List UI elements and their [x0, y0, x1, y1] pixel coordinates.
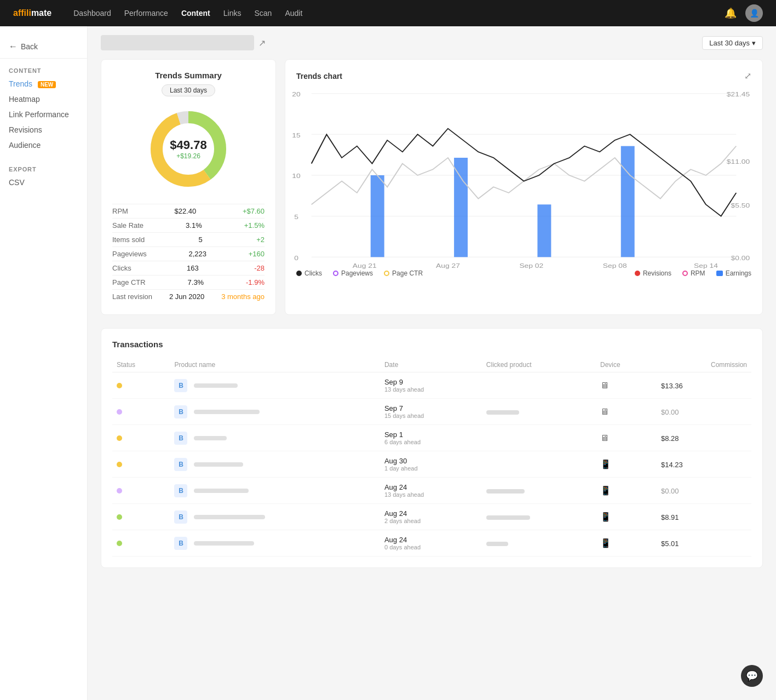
product-cell: B	[170, 399, 380, 425]
chat-bubble[interactable]: 💬	[741, 665, 763, 687]
svg-text:$5.50: $5.50	[731, 202, 750, 209]
commission-value: $8.28	[661, 434, 679, 443]
col-status: Status	[112, 358, 170, 372]
back-label: Back	[21, 42, 38, 51]
commission-cell: $13.36	[657, 372, 751, 399]
date-main: Sep 1	[384, 431, 478, 439]
bell-icon[interactable]: 🔔	[725, 7, 737, 19]
table-header-row: Status Product name Date Clicked product…	[112, 358, 751, 372]
logo[interactable]: affilimate	[13, 8, 51, 18]
stat-rpm: RPM $22.40 +$7.60	[112, 204, 265, 218]
stat-last-revision: Last revision 2 Jun 2020 3 months ago	[112, 289, 265, 303]
date-range-button[interactable]: Last 30 days ▾	[702, 36, 763, 50]
product-cell: B	[170, 425, 380, 451]
device-icon: 📱	[600, 512, 611, 521]
commission-value: $8.91	[661, 513, 679, 521]
svg-text:10: 10	[292, 173, 301, 180]
nav-dashboard[interactable]: Dashboard	[73, 9, 111, 18]
table-row: B Aug 24 13 days ahead 📱 $0.00	[112, 478, 751, 504]
date-sub: 0 days ahead	[384, 544, 478, 550]
nav-audit[interactable]: Audit	[285, 9, 302, 18]
transactions-title: Transactions	[112, 340, 751, 349]
cards-row: Trends Summary Last 30 days	[101, 59, 763, 315]
device-cell: 🖥	[596, 372, 657, 399]
svg-text:Sep 08: Sep 08	[603, 262, 627, 269]
clicked-bar	[486, 410, 519, 415]
legend-clicks-label: Clicks	[304, 269, 322, 277]
device-icon: 📱	[600, 460, 611, 469]
clicks-dot	[296, 271, 302, 276]
date-cell: Sep 9 13 days ahead	[380, 372, 482, 399]
commission-cell: $0.00	[657, 399, 751, 425]
product-bar	[194, 489, 249, 493]
trends-card-title: Trends Summary	[112, 71, 265, 80]
new-badge: NEW	[38, 81, 56, 88]
sidebar-item-link-performance[interactable]: Link Performance	[0, 107, 87, 122]
col-device: Device	[596, 358, 657, 372]
commission-cell: $14.23	[657, 451, 751, 478]
product-bar	[194, 383, 238, 388]
sidebar-item-audience[interactable]: Audience	[0, 137, 87, 153]
status-dot	[117, 409, 122, 415]
commission-cell: $0.00	[657, 478, 751, 504]
nav-right: 🔔 👤	[725, 4, 763, 22]
legend-revisions: Revisions	[635, 269, 671, 277]
sidebar-item-heatmap[interactable]: Heatmap	[0, 91, 87, 107]
date-sub: 2 days ahead	[384, 518, 478, 524]
nav-links[interactable]: Links	[223, 9, 242, 18]
col-commission: Commission	[657, 358, 751, 372]
transactions-table: Status Product name Date Clicked product…	[112, 358, 751, 556]
col-product: Product name	[170, 358, 380, 372]
status-dot	[117, 435, 122, 441]
nav-performance[interactable]: Performance	[124, 9, 168, 18]
commission-value: $5.01	[661, 540, 679, 548]
status-cell	[112, 425, 170, 451]
date-main: Sep 9	[384, 378, 478, 386]
expand-icon[interactable]: ⤢	[744, 71, 751, 81]
product-icon: B	[174, 379, 187, 392]
top-navigation: affilimate Dashboard Performance Content…	[0, 0, 776, 26]
user-avatar[interactable]: 👤	[745, 4, 763, 22]
donut-change-value: +$19.26	[170, 152, 206, 160]
col-date: Date	[380, 358, 482, 372]
stat-pageviews: Pageviews 2,223 +160	[112, 246, 265, 261]
device-icon: 🖥	[600, 407, 609, 416]
sidebar-item-revisions[interactable]: Revisions	[0, 122, 87, 137]
status-dot	[117, 488, 122, 494]
svg-text:$21.45: $21.45	[727, 91, 750, 98]
clicked-bar	[486, 542, 508, 546]
external-link-icon[interactable]: ↗	[258, 38, 266, 48]
product-bar	[194, 541, 254, 546]
date-cell: Sep 1 6 days ahead	[380, 425, 482, 451]
donut-chart: $49.78 +$19.26	[145, 105, 232, 193]
back-button[interactable]: ← Back	[0, 35, 87, 59]
stat-page-ctr: Page CTR 7.3% -1.9%	[112, 275, 265, 289]
nav-content[interactable]: Content	[181, 9, 210, 18]
sidebar-item-csv[interactable]: CSV	[0, 175, 87, 190]
page-ctr-dot	[384, 271, 389, 276]
clicked-cell	[482, 425, 596, 451]
device-icon: 📱	[600, 538, 611, 548]
product-bar	[194, 515, 265, 519]
chart-legend: Clicks Pageviews Page CTR Revisions	[296, 269, 751, 277]
legend-page-ctr: Page CTR	[384, 269, 423, 277]
legend-rpm: RPM	[682, 269, 705, 277]
product-icon: B	[174, 458, 187, 471]
nav-scan[interactable]: Scan	[254, 9, 272, 18]
svg-rect-20	[537, 204, 551, 257]
date-sub: 13 days ahead	[384, 386, 478, 393]
status-cell	[112, 504, 170, 530]
product-cell: B	[170, 530, 380, 556]
product-cell: B	[170, 478, 380, 504]
clicked-bar	[486, 489, 525, 494]
sidebar-item-trends[interactable]: Trends NEW	[0, 76, 87, 91]
stat-items-sold: Items sold 5 +2	[112, 232, 265, 246]
legend-revisions-label: Revisions	[643, 269, 671, 277]
svg-rect-21	[621, 146, 635, 257]
transactions-section: Transactions Status Product name Date Cl…	[101, 328, 763, 568]
stat-sale-rate: Sale Rate 3.1% +1.5%	[112, 218, 265, 232]
commission-value: $13.36	[661, 382, 683, 390]
legend-earnings-label: Earnings	[726, 269, 751, 277]
date-main: Aug 24	[384, 509, 478, 518]
clicked-cell	[482, 399, 596, 425]
